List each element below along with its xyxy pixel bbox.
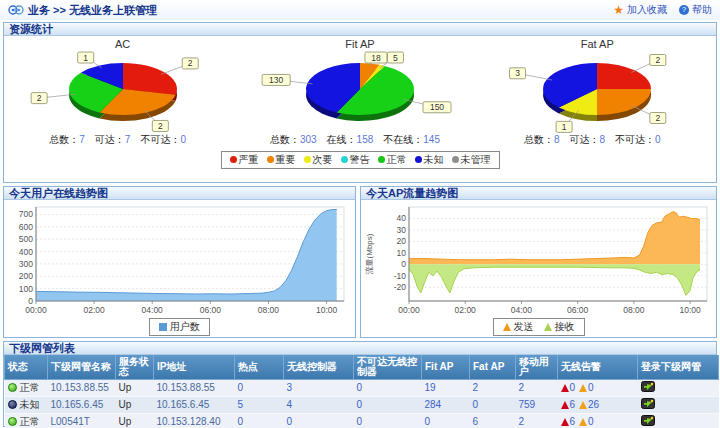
legend-dot: [452, 156, 459, 163]
pie-stat-value[interactable]: 0: [655, 134, 661, 145]
unreachable-controller-cell[interactable]: 0: [354, 379, 422, 396]
svg-text:流量(Mbps): 流量(Mbps): [365, 233, 374, 274]
status-cell: 正常: [5, 379, 48, 396]
svg-text:0: 0: [401, 259, 406, 269]
add-favorite-label: 加入收藏: [627, 3, 667, 17]
minor-alarm-icon: [579, 401, 587, 409]
pie-stat-label: 总数：: [270, 134, 300, 145]
svg-text:10:00: 10:00: [315, 305, 337, 315]
nms-name-cell[interactable]: 10.153.88.55: [48, 379, 116, 396]
mobile-user-count-cell[interactable]: 759: [516, 396, 558, 413]
controller-count-cell[interactable]: 0: [284, 413, 354, 428]
severity-legend: 严重重要次要警告正常未知未管理: [221, 151, 500, 169]
pie-stat-value[interactable]: 158: [357, 134, 374, 145]
nms-name-cell[interactable]: L00541T: [48, 413, 116, 428]
help-label: 帮助: [692, 3, 712, 17]
add-favorite-link[interactable]: ★ 加入收藏: [613, 3, 667, 17]
series-legend-item-接收: 接收: [544, 320, 575, 334]
pie-stat-value[interactable]: 8: [554, 134, 560, 145]
pie-title-fat-ap: Fat AP: [479, 38, 716, 50]
table-row: 正常10.153.88.55Up10.153.88.55030192200: [5, 379, 719, 396]
legend-item-严重: 严重: [230, 153, 259, 167]
column-header-8: Fat AP: [470, 355, 516, 379]
pie-block-fat-ap: Fat AP 2213 总数：8可达：8不可达：0: [479, 36, 716, 147]
pie-title-ac: AC: [4, 38, 241, 50]
login-cell[interactable]: [638, 396, 719, 413]
pie-stat-value[interactable]: 303: [300, 134, 317, 145]
svg-text:00:00: 00:00: [25, 305, 47, 315]
svg-text:1: 1: [83, 53, 88, 63]
svg-text:400: 400: [18, 247, 32, 257]
wireless-alarm-cell[interactable]: 626: [558, 396, 638, 413]
legend-item-警告: 警告: [341, 153, 370, 167]
legend-dot: [415, 156, 422, 163]
login-cell[interactable]: [638, 413, 719, 428]
nms-name-cell[interactable]: 10.165.6.45: [48, 396, 116, 413]
pie-stat-value[interactable]: 7: [79, 134, 85, 145]
mobile-user-count-cell[interactable]: 2: [516, 379, 558, 396]
topbar: 业务 >> 无线业务上联管理 ★ 加入收藏 ? 帮助: [0, 0, 720, 20]
status-icon: [8, 383, 17, 392]
help-link[interactable]: ? 帮助: [679, 3, 712, 17]
legend-dot: [230, 156, 237, 163]
user-trend-legend: 用户数: [149, 318, 210, 336]
login-nms-button[interactable]: [641, 398, 655, 410]
triangle-marker-icon: [544, 323, 552, 331]
fit-ap-pie-stats: 总数：303在线：158不在线：145: [241, 133, 478, 147]
ac-pie-chart: 2221: [7, 50, 239, 136]
status-cell: 正常: [5, 413, 48, 428]
ap-traffic-chart: -20-1001020304000:0002:0004:0006:0008:00…: [363, 201, 715, 317]
login-nms-button[interactable]: [641, 415, 655, 427]
legend-dot: [267, 156, 274, 163]
minor-alarm-icon: [579, 418, 587, 426]
fat-ap-count-cell[interactable]: 2: [470, 379, 516, 396]
controller-count-cell[interactable]: 3: [284, 379, 354, 396]
hotspot-count-cell[interactable]: 0: [235, 379, 284, 396]
pie-stat-label: 在线：: [327, 134, 357, 145]
svg-text:700: 700: [18, 209, 32, 219]
svg-text:02:00: 02:00: [83, 305, 105, 315]
fat-ap-count-cell[interactable]: 0: [470, 396, 516, 413]
critical-alarm-icon: [561, 418, 569, 426]
breadcrumb[interactable]: 业务 >> 无线业务上联管理: [28, 3, 157, 18]
pie-stat-label: 可达：: [569, 134, 599, 145]
svg-text:2: 2: [188, 58, 193, 68]
pie-block-fit-ap: Fit AP 185150130 总数：303在线：158不在线：145: [241, 36, 478, 147]
minor-alarm-icon: [579, 384, 587, 392]
service-status-cell: Up: [116, 379, 154, 396]
login-nms-button[interactable]: [641, 381, 655, 393]
hotspot-count-cell[interactable]: 5: [235, 396, 284, 413]
svg-text:200: 200: [18, 271, 32, 281]
column-header-2: 服务状态: [116, 355, 154, 379]
svg-text:06:00: 06:00: [199, 305, 221, 315]
login-cell[interactable]: [638, 379, 719, 396]
help-icon: ?: [679, 5, 689, 15]
fit-ap-count-cell[interactable]: 0: [422, 413, 470, 428]
pie-stat-value[interactable]: 8: [599, 134, 605, 145]
ap-traffic-header: 今天AP流量趋势图: [361, 187, 716, 200]
controller-count-cell[interactable]: 4: [284, 396, 354, 413]
column-header-11: 登录下级网管: [638, 355, 719, 379]
legend-item-未知: 未知: [415, 153, 444, 167]
pie-stat-value[interactable]: 7: [125, 134, 131, 145]
mobile-user-count-cell[interactable]: 2: [516, 413, 558, 428]
user-trend-header: 今天用户在线趋势图: [4, 187, 355, 200]
fat-ap-count-cell[interactable]: 6: [470, 413, 516, 428]
nms-list-header: 下级网管列表: [4, 342, 716, 355]
wireless-alarm-cell[interactable]: 60: [558, 413, 638, 428]
fit-ap-count-cell[interactable]: 19: [422, 379, 470, 396]
svg-text:600: 600: [18, 222, 32, 232]
pie-stat-value[interactable]: 0: [180, 134, 186, 145]
star-icon: ★: [613, 5, 624, 15]
resource-stats-header: 资源统计: [4, 23, 716, 36]
fit-ap-count-cell[interactable]: 284: [422, 396, 470, 413]
hotspot-count-cell[interactable]: 0: [235, 413, 284, 428]
unreachable-controller-cell[interactable]: 0: [354, 396, 422, 413]
legend-item-次要: 次要: [304, 153, 333, 167]
ip-address-cell: 10.153.128.40: [154, 413, 235, 428]
critical-alarm-icon: [561, 401, 569, 409]
pie-stat-value[interactable]: 145: [423, 134, 440, 145]
wireless-alarm-cell[interactable]: 00: [558, 379, 638, 396]
legend-dot: [341, 156, 348, 163]
unreachable-controller-cell[interactable]: 0: [354, 413, 422, 428]
